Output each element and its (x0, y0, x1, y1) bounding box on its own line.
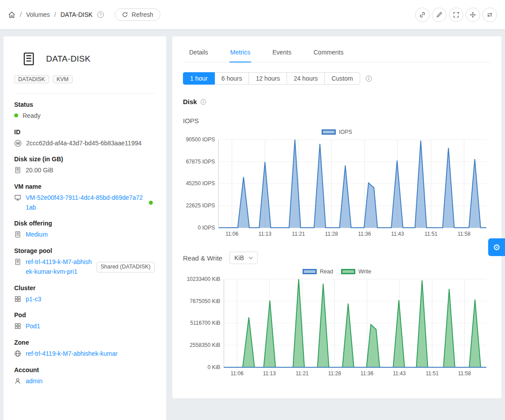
svg-text:0 KiB: 0 KiB (208, 364, 221, 370)
legend-label: Write (358, 268, 371, 275)
refresh-button[interactable]: Refresh (115, 8, 160, 21)
field-cluster: Cluster p1-c3 (14, 284, 155, 304)
field-label: Status (14, 101, 155, 108)
field-vm-name: VM name VM-52e00f43-7911-4dc4-85bd-d69de… (14, 183, 155, 212)
svg-text:11:58: 11:58 (458, 231, 471, 237)
detail-card: Details Metrics Events Comments 1 hour 6… (172, 36, 501, 398)
expand-icon (453, 12, 459, 18)
legend-item[interactable]: IOPS (322, 129, 352, 135)
field-storage-pool: Storage pool ref-trl-4119-k-M7-abhishek-… (14, 247, 155, 276)
svg-text:11:43: 11:43 (393, 370, 406, 377)
migrate-volume-button[interactable] (482, 8, 497, 22)
globe-icon (14, 350, 21, 357)
account-link[interactable]: admin (26, 377, 43, 386)
field-label: Account (14, 366, 155, 373)
svg-text:7675050 KiB: 7675050 KiB (190, 298, 220, 304)
breadcrumb: / Volumes / DATA-DISK ? Refresh (8, 8, 160, 21)
readwrite-head: Read & Write KiB (183, 252, 491, 264)
tab-comments[interactable]: Comments (313, 43, 345, 62)
disk-icon (14, 231, 21, 238)
disk-section-title: Disk (183, 98, 197, 105)
header-actions (415, 8, 497, 22)
move-volume-button[interactable] (466, 8, 480, 22)
status-value: Ready (23, 111, 40, 121)
cluster-icon (14, 296, 21, 303)
resize-volume-button[interactable] (449, 8, 463, 22)
svg-text:0 IOPS: 0 IOPS (198, 225, 215, 231)
svg-text:11:51: 11:51 (426, 370, 439, 377)
svg-text:2558350 KiB: 2558350 KiB (190, 342, 220, 348)
readwrite-legend: ReadWrite (183, 268, 491, 275)
chevron-down-icon (249, 257, 253, 260)
edit-button[interactable] (432, 8, 447, 22)
legend-label: Read (320, 268, 333, 275)
svg-text:45250 IOPS: 45250 IOPS (186, 180, 215, 187)
settings-fab-button[interactable]: ⚙ (488, 238, 505, 256)
vm-name-link[interactable]: VM-52e00f43-7911-4dc4-85bd-d69de7a721ab (26, 193, 144, 212)
disk-offering-link[interactable]: Medium (26, 230, 48, 240)
divider (14, 93, 155, 93)
range-custom-button[interactable]: Custom (324, 72, 360, 85)
view-console-url-button[interactable] (415, 8, 430, 22)
home-button[interactable] (8, 11, 16, 19)
resource-info-card: DATA-DISK DATADISK KVM Status Ready ID 2… (4, 36, 166, 420)
top-header: / Volumes / DATA-DISK ? Refresh (0, 0, 505, 29)
field-zone: Zone ref-trl-4119-k-M7-abhishek-kumar (14, 339, 155, 359)
iops-chart: 0 IOPS22625 IOPS45250 IOPS67875 IOPS9050… (183, 136, 491, 239)
move-icon (470, 12, 476, 18)
svg-text:10233400 KiB: 10233400 KiB (187, 276, 221, 282)
time-range-info-icon[interactable] (365, 75, 372, 82)
breadcrumb-volumes[interactable]: Volumes (26, 11, 50, 18)
storage-pool-badge: Shared (DATADISK) (97, 262, 155, 272)
range-24-hours-button[interactable]: 24 hours (287, 72, 325, 85)
home-icon (8, 11, 16, 19)
tag-datadisk: DATADISK (14, 75, 49, 83)
tab-details[interactable]: Details (188, 43, 209, 62)
volume-icon (21, 51, 36, 66)
legend-item[interactable]: Write (341, 268, 371, 275)
range-6-hours-button[interactable]: 6 hours (214, 72, 249, 85)
unit-select[interactable]: KiB (229, 252, 258, 264)
time-range-group: 1 hour 6 hours 12 hours 24 hours Custom (183, 72, 360, 85)
edit-icon (436, 12, 443, 18)
svg-text:11:28: 11:28 (325, 231, 338, 237)
field-status: Status Ready (14, 101, 155, 121)
breadcrumb-current: DATA-DISK (60, 11, 93, 18)
legend-item[interactable]: Read (303, 268, 333, 275)
range-1-hour-button[interactable]: 1 hour (183, 72, 215, 85)
field-label: VM name (14, 183, 155, 190)
svg-text:11:06: 11:06 (230, 370, 244, 377)
field-disk-offering: Disk offering Medium (14, 220, 155, 240)
svg-text:11:13: 11:13 (263, 370, 276, 377)
tab-events[interactable]: Events (272, 43, 292, 62)
disk-icon (14, 258, 21, 265)
svg-text:11:13: 11:13 (258, 231, 272, 237)
zone-link[interactable]: ref-trl-4119-k-M7-abhishek-kumar (26, 349, 117, 359)
disk-size-value: 20.00 GiB (26, 166, 53, 175)
cluster-link[interactable]: p1-c3 (26, 295, 41, 304)
vm-status-dot-icon (149, 201, 153, 205)
readwrite-chart-title: Read & Write (183, 254, 222, 262)
range-12-hours-button[interactable]: 12 hours (249, 72, 287, 85)
barcode-icon (14, 140, 22, 147)
svg-text:11:36: 11:36 (358, 231, 371, 237)
disk-info-icon[interactable] (200, 99, 206, 105)
storage-pool-link[interactable]: ref-trl-4119-k-M7-abhishek-kumar-kvm-pri… (26, 257, 92, 276)
svg-text:?: ? (100, 12, 102, 17)
user-icon (14, 377, 21, 385)
pod-link[interactable]: Pod1 (26, 322, 40, 331)
svg-text:11:43: 11:43 (391, 231, 404, 237)
field-label: Disk offering (14, 220, 155, 227)
link-icon (419, 12, 426, 18)
id-value: 2ccc62dd-af4a-43d7-bd45-6b83aae11994 (26, 139, 142, 148)
time-range-row: 1 hour 6 hours 12 hours 24 hours Custom (183, 72, 491, 85)
legend-swatch-icon (322, 129, 336, 135)
disk-icon (14, 167, 21, 174)
page-content: DATA-DISK DATADISK KVM Status Ready ID 2… (0, 29, 505, 420)
svg-text:11:06: 11:06 (225, 231, 239, 237)
tab-metrics[interactable]: Metrics (229, 43, 251, 62)
field-label: Cluster (14, 284, 155, 292)
refresh-icon (122, 12, 128, 18)
svg-text:11:21: 11:21 (292, 231, 305, 237)
help-icon[interactable]: ? (97, 11, 104, 18)
